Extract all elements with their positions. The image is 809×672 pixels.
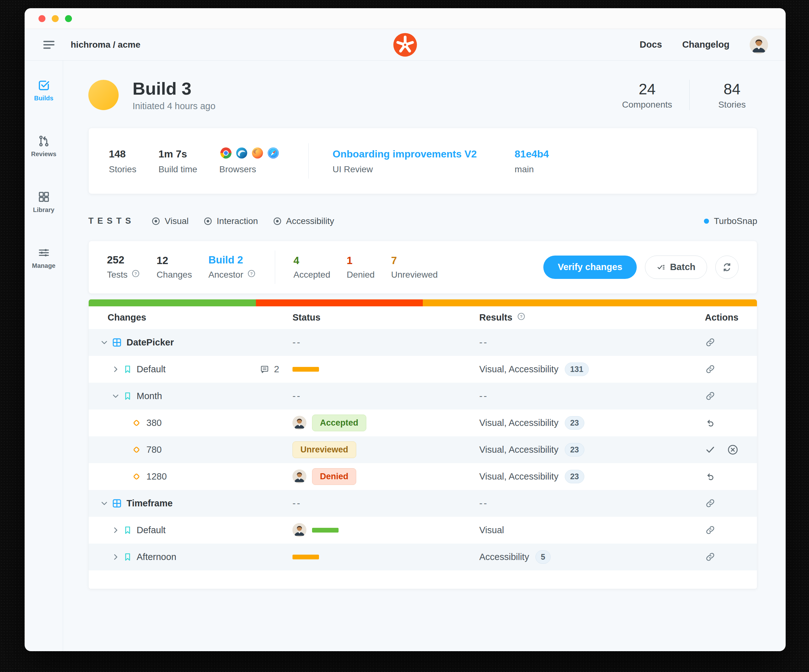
row-label[interactable]: 380 — [146, 418, 161, 428]
chevron-right-icon[interactable] — [111, 365, 120, 374]
reviewer-avatar — [292, 523, 306, 537]
story-bookmark-icon — [123, 526, 132, 535]
row-label[interactable]: 1280 — [146, 471, 167, 482]
tests-label: Tests — [107, 270, 128, 280]
test-toggle-visual[interactable]: Visual — [151, 216, 189, 226]
minimize-window-button[interactable] — [52, 15, 59, 22]
comment-icon — [260, 364, 269, 374]
results-count-badge: 5 — [535, 550, 551, 564]
results-count-badge: 23 — [565, 443, 584, 456]
table-header: Changes Status Results? Actions — [89, 306, 757, 329]
toggle-label: Accessibility — [286, 216, 334, 226]
actions-cell — [705, 471, 741, 482]
column-header-status: Status — [292, 312, 479, 323]
user-avatar[interactable] — [750, 36, 768, 54]
build-status-dot — [88, 80, 119, 110]
sidebar: BuildsReviewsLibraryManage — [25, 60, 63, 651]
components-count: 24 — [622, 80, 672, 98]
sidebar-item-reviews[interactable]: Reviews — [31, 135, 56, 158]
commit-hash-link[interactable]: 81e4b4 — [515, 147, 549, 161]
row-label[interactable]: Timeframe — [126, 498, 173, 509]
help-icon[interactable]: ? — [247, 269, 256, 280]
changes-cell: Timeframe — [100, 498, 292, 509]
status-cell — [292, 367, 479, 372]
eye-icon — [203, 216, 213, 226]
commit-link[interactable]: Onboarding improvements V2 — [332, 147, 477, 161]
undo-icon[interactable] — [705, 418, 715, 428]
chrome-icon — [219, 146, 233, 162]
verify-changes-button[interactable]: Verify changes — [543, 256, 637, 279]
unreviewed-count: 7 — [391, 255, 438, 266]
comment-indicator[interactable]: 2 — [260, 364, 279, 374]
build-title-block: Build 3 Initiated 4 hours ago — [133, 79, 215, 111]
components-label: Components — [622, 100, 672, 110]
titlebar — [25, 8, 786, 29]
link-icon[interactable] — [705, 551, 716, 562]
chevron-right-icon[interactable] — [111, 526, 120, 535]
chromatic-logo-icon[interactable] — [393, 32, 418, 57]
nav-link-changelog[interactable]: Changelog — [682, 39, 730, 50]
progress-segment-0 — [89, 299, 256, 306]
accept-icon[interactable] — [705, 444, 716, 455]
chevron-down-icon[interactable] — [111, 392, 120, 401]
changes-count: 12 — [156, 255, 192, 266]
results-cell: Visual, Accessibility23 — [479, 416, 705, 430]
ancestor-build-link[interactable]: Build 2 — [208, 254, 256, 266]
chevron-right-icon[interactable] — [111, 553, 120, 561]
sidebar-item-builds[interactable]: Builds — [34, 79, 53, 102]
sidebar-item-manage[interactable]: Manage — [32, 246, 55, 270]
batch-button[interactable]: Batch — [645, 256, 707, 279]
status-cell: Denied — [292, 468, 479, 485]
link-icon[interactable] — [705, 364, 716, 374]
status-empty: -- — [292, 337, 301, 348]
actions-cell — [705, 498, 741, 509]
component-icon — [112, 498, 122, 509]
row-label[interactable]: Afternoon — [137, 552, 176, 562]
results-count-badge: 23 — [565, 416, 584, 430]
changes-cell: 780 — [100, 444, 292, 455]
test-toggle-interaction[interactable]: Interaction — [203, 216, 258, 226]
help-icon[interactable]: ? — [517, 312, 526, 323]
results-cell: -- — [479, 390, 705, 401]
close-window-button[interactable] — [39, 15, 45, 22]
chevron-down-icon[interactable] — [100, 338, 109, 347]
link-icon[interactable] — [705, 498, 716, 509]
refresh-button[interactable] — [715, 256, 739, 279]
undo-icon[interactable] — [705, 471, 715, 482]
summary-commit: Onboarding improvements V2 UI Review — [332, 147, 477, 174]
hamburger-menu-icon[interactable] — [42, 39, 55, 50]
status-cell — [292, 555, 479, 560]
svg-text:?: ? — [520, 314, 522, 319]
help-icon[interactable]: ? — [131, 269, 140, 280]
batch-check-icon — [656, 263, 666, 272]
link-icon[interactable] — [705, 390, 716, 401]
actions-group: Verify changes Batch — [543, 256, 739, 279]
sidebar-item-library[interactable]: Library — [33, 191, 55, 214]
status-cell: Accepted — [292, 414, 479, 431]
status-cell: -- — [292, 337, 479, 348]
turbosnap-indicator[interactable]: TurboSnap — [704, 216, 757, 226]
chevron-down-icon[interactable] — [100, 499, 109, 508]
test-diamond-icon — [132, 472, 141, 481]
nav-link-docs[interactable]: Docs — [639, 39, 662, 50]
row-label[interactable]: Default — [137, 525, 166, 535]
row-label[interactable]: 780 — [146, 444, 161, 455]
toggle-label: Visual — [165, 216, 189, 226]
app-header: hichroma / acme DocsChangelog — [25, 29, 786, 60]
table-row-380: 380AcceptedVisual, Accessibility23 — [89, 409, 757, 436]
row-label[interactable]: DatePicker — [126, 337, 174, 348]
row-label[interactable]: Month — [137, 391, 162, 401]
row-label[interactable]: Default — [137, 364, 166, 374]
safari-icon — [267, 146, 280, 162]
test-toggle-accessibility[interactable]: Accessibility — [273, 216, 334, 226]
results-cell: Visual, Accessibility23 — [479, 470, 705, 483]
manage-icon — [37, 246, 50, 259]
link-icon[interactable] — [705, 525, 716, 535]
zoom-window-button[interactable] — [65, 15, 72, 22]
deny-icon[interactable] — [727, 444, 739, 456]
eye-icon — [273, 216, 282, 226]
link-icon[interactable] — [705, 337, 716, 348]
library-icon — [37, 191, 50, 203]
breadcrumb[interactable]: hichroma / acme — [70, 40, 140, 50]
sidebar-item-label: Library — [33, 206, 55, 214]
